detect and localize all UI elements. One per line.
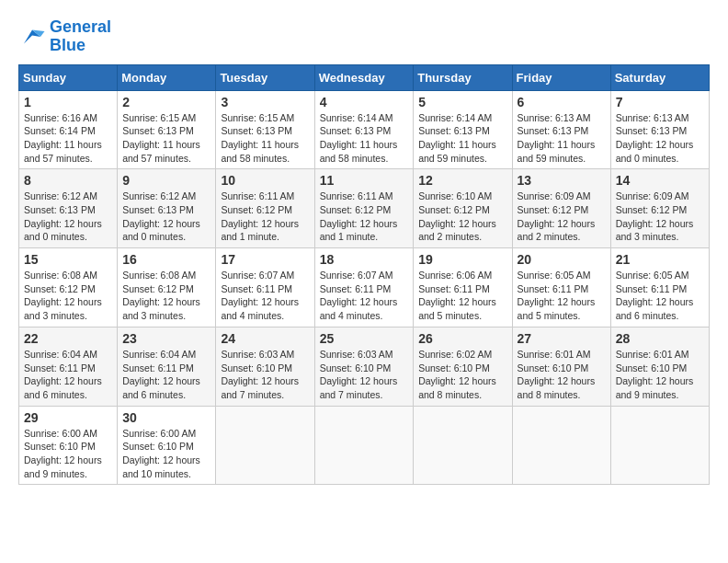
- day-number: 20: [518, 252, 606, 267]
- day-info: Sunrise: 6:03 AM Sunset: 6:10 PM Dayligh…: [320, 348, 409, 402]
- day-info: Sunrise: 6:09 AM Sunset: 6:12 PM Dayligh…: [518, 190, 606, 244]
- calendar-cell: 28 Sunrise: 6:01 AM Sunset: 6:10 PM Dayl…: [610, 327, 709, 406]
- calendar-cell: 13 Sunrise: 6:09 AM Sunset: 6:12 PM Dayl…: [512, 169, 610, 248]
- logo-icon: [18, 23, 46, 51]
- calendar-cell: 3 Sunrise: 6:15 AM Sunset: 6:13 PM Dayli…: [216, 90, 314, 169]
- day-info: Sunrise: 6:01 AM Sunset: 6:10 PM Dayligh…: [616, 348, 704, 402]
- weekday-header-wednesday: Wednesday: [314, 64, 414, 90]
- day-number: 9: [122, 173, 210, 188]
- calendar-cell: 11 Sunrise: 6:11 AM Sunset: 6:12 PM Dayl…: [314, 169, 414, 248]
- day-number: 23: [122, 331, 210, 346]
- day-info: Sunrise: 6:15 AM Sunset: 6:13 PM Dayligh…: [221, 111, 309, 166]
- calendar-cell: 8 Sunrise: 6:12 AM Sunset: 6:13 PM Dayli…: [19, 169, 118, 248]
- day-number: 2: [122, 95, 210, 109]
- day-info: Sunrise: 6:08 AM Sunset: 6:12 PM Dayligh…: [24, 269, 112, 323]
- day-number: 17: [221, 252, 309, 267]
- day-number: 6: [518, 95, 606, 109]
- day-info: Sunrise: 6:09 AM Sunset: 6:12 PM Dayligh…: [616, 190, 704, 244]
- weekday-header-thursday: Thursday: [414, 64, 512, 90]
- weekday-header-saturday: Saturday: [610, 64, 709, 90]
- calendar-table: SundayMondayTuesdayWednesdayThursdayFrid…: [18, 64, 710, 486]
- calendar-week-2: 8 Sunrise: 6:12 AM Sunset: 6:13 PM Dayli…: [19, 169, 710, 248]
- calendar-cell: [610, 406, 709, 485]
- day-info: Sunrise: 6:13 AM Sunset: 6:13 PM Dayligh…: [518, 111, 606, 166]
- day-info: Sunrise: 6:10 AM Sunset: 6:12 PM Dayligh…: [418, 190, 506, 244]
- calendar-cell: 18 Sunrise: 6:07 AM Sunset: 6:11 PM Dayl…: [314, 248, 414, 327]
- weekday-header-row: SundayMondayTuesdayWednesdayThursdayFrid…: [19, 64, 710, 90]
- calendar-cell: 25 Sunrise: 6:03 AM Sunset: 6:10 PM Dayl…: [314, 327, 414, 406]
- calendar-cell: [216, 406, 314, 485]
- day-number: 18: [320, 252, 409, 267]
- day-number: 22: [24, 331, 112, 346]
- calendar-cell: 7 Sunrise: 6:13 AM Sunset: 6:13 PM Dayli…: [610, 90, 709, 169]
- day-info: Sunrise: 6:11 AM Sunset: 6:12 PM Dayligh…: [221, 190, 309, 244]
- calendar-cell: [314, 406, 414, 485]
- calendar-cell: 22 Sunrise: 6:04 AM Sunset: 6:11 PM Dayl…: [19, 327, 118, 406]
- day-number: 21: [616, 252, 704, 267]
- day-info: Sunrise: 6:04 AM Sunset: 6:11 PM Dayligh…: [122, 348, 210, 402]
- weekday-header-tuesday: Tuesday: [216, 64, 314, 90]
- day-number: 3: [221, 95, 309, 109]
- day-info: Sunrise: 6:12 AM Sunset: 6:13 PM Dayligh…: [24, 190, 112, 244]
- day-number: 11: [320, 173, 409, 188]
- calendar-week-3: 15 Sunrise: 6:08 AM Sunset: 6:12 PM Dayl…: [19, 248, 710, 327]
- calendar-cell: 12 Sunrise: 6:10 AM Sunset: 6:12 PM Dayl…: [414, 169, 512, 248]
- day-info: Sunrise: 6:06 AM Sunset: 6:11 PM Dayligh…: [418, 269, 506, 323]
- day-info: Sunrise: 6:11 AM Sunset: 6:12 PM Dayligh…: [320, 190, 409, 244]
- calendar-cell: 24 Sunrise: 6:03 AM Sunset: 6:10 PM Dayl…: [216, 327, 314, 406]
- calendar-cell: [512, 406, 610, 485]
- calendar-cell: 20 Sunrise: 6:05 AM Sunset: 6:11 PM Dayl…: [512, 248, 610, 327]
- day-number: 29: [24, 410, 112, 425]
- day-info: Sunrise: 6:15 AM Sunset: 6:13 PM Dayligh…: [122, 111, 210, 166]
- day-info: Sunrise: 6:00 AM Sunset: 6:10 PM Dayligh…: [122, 427, 210, 481]
- day-number: 24: [221, 331, 309, 346]
- calendar-cell: 29 Sunrise: 6:00 AM Sunset: 6:10 PM Dayl…: [19, 406, 118, 485]
- day-number: 14: [616, 173, 704, 188]
- calendar-cell: 23 Sunrise: 6:04 AM Sunset: 6:11 PM Dayl…: [118, 327, 216, 406]
- calendar-cell: 14 Sunrise: 6:09 AM Sunset: 6:12 PM Dayl…: [610, 169, 709, 248]
- day-info: Sunrise: 6:05 AM Sunset: 6:11 PM Dayligh…: [616, 269, 704, 323]
- day-info: Sunrise: 6:16 AM Sunset: 6:14 PM Dayligh…: [24, 111, 112, 166]
- day-info: Sunrise: 6:13 AM Sunset: 6:13 PM Dayligh…: [616, 111, 704, 166]
- calendar-cell: 19 Sunrise: 6:06 AM Sunset: 6:11 PM Dayl…: [414, 248, 512, 327]
- day-info: Sunrise: 6:00 AM Sunset: 6:10 PM Dayligh…: [24, 427, 112, 481]
- day-number: 8: [24, 173, 112, 188]
- calendar-cell: 15 Sunrise: 6:08 AM Sunset: 6:12 PM Dayl…: [19, 248, 118, 327]
- day-number: 12: [418, 173, 506, 188]
- page-header: General Blue: [18, 18, 710, 55]
- calendar-cell: 30 Sunrise: 6:00 AM Sunset: 6:10 PM Dayl…: [118, 406, 216, 485]
- calendar-week-5: 29 Sunrise: 6:00 AM Sunset: 6:10 PM Dayl…: [19, 406, 710, 485]
- calendar-cell: 1 Sunrise: 6:16 AM Sunset: 6:14 PM Dayli…: [19, 90, 118, 169]
- day-info: Sunrise: 6:04 AM Sunset: 6:11 PM Dayligh…: [24, 348, 112, 402]
- day-info: Sunrise: 6:07 AM Sunset: 6:11 PM Dayligh…: [320, 269, 409, 323]
- day-info: Sunrise: 6:14 AM Sunset: 6:13 PM Dayligh…: [320, 111, 409, 166]
- day-number: 10: [221, 173, 309, 188]
- logo: General Blue: [18, 18, 111, 55]
- day-info: Sunrise: 6:07 AM Sunset: 6:11 PM Dayligh…: [221, 269, 309, 323]
- day-info: Sunrise: 6:02 AM Sunset: 6:10 PM Dayligh…: [418, 348, 506, 402]
- calendar-week-4: 22 Sunrise: 6:04 AM Sunset: 6:11 PM Dayl…: [19, 327, 710, 406]
- day-number: 15: [24, 252, 112, 267]
- calendar-cell: 27 Sunrise: 6:01 AM Sunset: 6:10 PM Dayl…: [512, 327, 610, 406]
- day-info: Sunrise: 6:14 AM Sunset: 6:13 PM Dayligh…: [418, 111, 506, 166]
- day-number: 5: [418, 95, 506, 109]
- calendar-cell: [414, 406, 512, 485]
- calendar-cell: 26 Sunrise: 6:02 AM Sunset: 6:10 PM Dayl…: [414, 327, 512, 406]
- day-number: 7: [616, 95, 704, 109]
- calendar-cell: 21 Sunrise: 6:05 AM Sunset: 6:11 PM Dayl…: [610, 248, 709, 327]
- day-number: 1: [24, 95, 112, 109]
- calendar-cell: 17 Sunrise: 6:07 AM Sunset: 6:11 PM Dayl…: [216, 248, 314, 327]
- day-number: 27: [518, 331, 606, 346]
- day-number: 4: [320, 95, 409, 109]
- calendar-cell: 9 Sunrise: 6:12 AM Sunset: 6:13 PM Dayli…: [118, 169, 216, 248]
- calendar-cell: 2 Sunrise: 6:15 AM Sunset: 6:13 PM Dayli…: [118, 90, 216, 169]
- day-number: 30: [122, 410, 210, 425]
- weekday-header-friday: Friday: [512, 64, 610, 90]
- day-info: Sunrise: 6:03 AM Sunset: 6:10 PM Dayligh…: [221, 348, 309, 402]
- logo-text: General Blue: [50, 18, 111, 55]
- day-number: 26: [418, 331, 506, 346]
- weekday-header-sunday: Sunday: [19, 64, 118, 90]
- day-info: Sunrise: 6:01 AM Sunset: 6:10 PM Dayligh…: [518, 348, 606, 402]
- day-number: 28: [616, 331, 704, 346]
- calendar-cell: 4 Sunrise: 6:14 AM Sunset: 6:13 PM Dayli…: [314, 90, 414, 169]
